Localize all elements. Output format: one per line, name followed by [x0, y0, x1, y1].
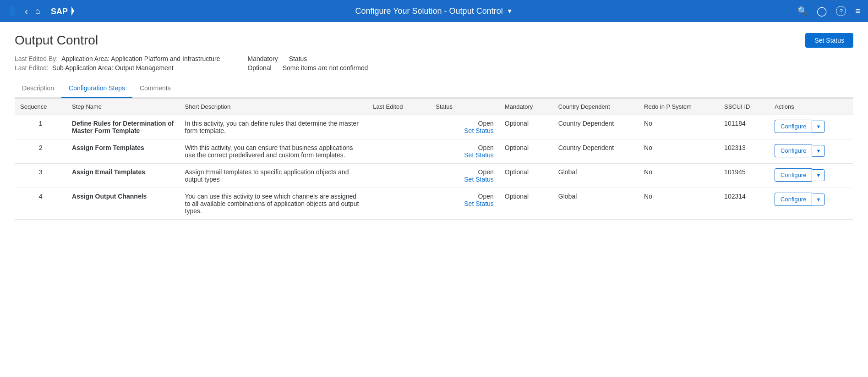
meta-row-edited: Last Edited: Sub Application Area: Outpu… — [15, 64, 220, 72]
configure-button-3[interactable]: Configure — [775, 193, 812, 206]
cell-short-desc-1: With this activity, you can ensure that … — [180, 139, 368, 164]
configuration-table: Sequence Step Name Short Description Las… — [15, 98, 853, 220]
mandatory-label: Mandatory — [247, 55, 278, 62]
last-edited-label: Last Edited: — [15, 64, 49, 72]
table-row: 1 Define Rules for Determination of Mast… — [15, 115, 853, 139]
cell-last-edited-2 — [367, 164, 430, 188]
cell-mandatory-0: Optional — [499, 115, 553, 139]
cell-country-0: Country Dependent — [553, 115, 639, 139]
cell-short-desc-2: Assign Email templates to specific appli… — [180, 164, 368, 188]
configure-btn-wrapper-2: Configure ▼ — [775, 168, 848, 182]
table-row: 2 Assign Form Templates With this activi… — [15, 139, 853, 164]
menu-icon[interactable]: ≡ — [855, 6, 861, 17]
cell-actions-3: Configure ▼ — [769, 188, 853, 220]
set-status-button[interactable]: Set Status — [805, 33, 853, 48]
search-icon[interactable]: 🔍 — [797, 6, 808, 16]
configure-chevron-0[interactable]: ▼ — [812, 121, 825, 133]
status-row-optional: Optional Some items are not confirmed — [247, 64, 368, 72]
cell-step-name-2: Assign Email Templates — [66, 164, 179, 188]
cell-actions-2: Configure ▼ — [769, 164, 853, 188]
th-last-edited: Last Edited — [367, 99, 430, 115]
cell-status-1: Open Set Status — [430, 139, 499, 164]
status-value: Some items are not confirmed — [283, 64, 368, 72]
status-open-3: Open — [436, 193, 494, 200]
circle-icon[interactable]: ◯ — [817, 6, 827, 17]
cell-step-name-0: Define Rules for Determination of Master… — [66, 115, 179, 139]
cell-sequence-1: 2 — [15, 139, 66, 164]
status-open-0: Open — [436, 120, 494, 127]
cell-last-edited-3 — [367, 188, 430, 220]
configure-button-2[interactable]: Configure — [775, 168, 812, 182]
configure-btn-wrapper-0: Configure ▼ — [775, 120, 848, 133]
set-status-link-2[interactable]: Set Status — [436, 176, 494, 183]
cell-mandatory-3: Optional — [499, 188, 553, 220]
tab-description[interactable]: Description — [15, 79, 61, 98]
set-status-link-3[interactable]: Set Status — [436, 200, 494, 207]
cell-status-0: Open Set Status — [430, 115, 499, 139]
configure-button-0[interactable]: Configure — [775, 120, 812, 133]
main-content: Output Control Set Status Last Edited By… — [0, 22, 868, 377]
cell-sequence-3: 4 — [15, 188, 66, 220]
status-open-1: Open — [436, 144, 494, 151]
cell-status-2: Open Set Status — [430, 164, 499, 188]
page-header: Output Control Set Status — [15, 33, 853, 48]
cell-country-3: Global — [553, 188, 639, 220]
meta-info: Last Edited By: Application Area: Applic… — [15, 55, 853, 72]
th-sequence: Sequence — [15, 99, 66, 115]
status-label: Status — [289, 55, 307, 62]
status-row-mandatory: Mandatory Status — [247, 55, 368, 62]
configure-button-1[interactable]: Configure — [775, 144, 812, 157]
status-open-2: Open — [436, 168, 494, 176]
th-actions: Actions — [769, 99, 853, 115]
last-edited-by-value: Application Area: Application Platform a… — [61, 55, 220, 62]
cell-redo-3: No — [639, 188, 719, 220]
configure-chevron-2[interactable]: ▼ — [812, 169, 825, 181]
user-icon[interactable]: 👤 — [7, 6, 17, 16]
home-icon[interactable]: ⌂ — [35, 6, 40, 16]
cell-country-2: Global — [553, 164, 639, 188]
tab-configuration-steps[interactable]: Configuration Steps — [61, 79, 132, 98]
meta-row-edited-by: Last Edited By: Application Area: Applic… — [15, 55, 220, 62]
th-short-description: Short Description — [180, 99, 368, 115]
nav-title: Configure Your Solution - Output Control… — [355, 6, 513, 16]
table-header-row: Sequence Step Name Short Description Las… — [15, 99, 853, 115]
cell-status-3: Open Set Status — [430, 188, 499, 220]
svg-text:SAP: SAP — [51, 7, 68, 16]
th-status: Status — [430, 99, 499, 115]
th-sscui-id: SSCUI ID — [719, 99, 769, 115]
last-edited-by-label: Last Edited By: — [15, 55, 58, 62]
last-edited-value: Sub Application Area: Output Management — [52, 64, 174, 72]
cell-step-name-3: Assign Output Channels — [66, 188, 179, 220]
cell-actions-1: Configure ▼ — [769, 139, 853, 164]
cell-short-desc-3: You can use this activity to see which c… — [180, 188, 368, 220]
cell-sscui-3: 102314 — [719, 188, 769, 220]
th-country-dependent: Country Dependent — [553, 99, 639, 115]
configure-chevron-1[interactable]: ▼ — [812, 145, 825, 157]
configure-btn-wrapper-1: Configure ▼ — [775, 144, 848, 157]
cell-redo-0: No — [639, 115, 719, 139]
set-status-link-0[interactable]: Set Status — [436, 127, 494, 134]
cell-sequence-2: 3 — [15, 164, 66, 188]
configure-chevron-3[interactable]: ▼ — [812, 194, 825, 205]
sap-logo[interactable]: SAP — [49, 5, 74, 17]
set-status-link-1[interactable]: Set Status — [436, 151, 494, 159]
meta-right: Mandatory Status Optional Some items are… — [247, 55, 368, 72]
cell-redo-1: No — [639, 139, 719, 164]
page-title: Output Control — [15, 33, 98, 48]
cell-sscui-2: 101945 — [719, 164, 769, 188]
optional-label: Optional — [247, 64, 271, 72]
cell-mandatory-2: Optional — [499, 164, 553, 188]
nav-right: 🔍 ◯ ? ≡ — [797, 6, 861, 17]
top-navigation: 👤 ‹ ⌂ SAP Configure Your Solution - Outp… — [0, 0, 868, 22]
tabs: Description Configuration Steps Comments — [15, 79, 853, 98]
configure-btn-wrapper-3: Configure ▼ — [775, 193, 848, 206]
th-step-name: Step Name — [66, 99, 179, 115]
cell-step-name-1: Assign Form Templates — [66, 139, 179, 164]
back-icon[interactable]: ‹ — [25, 6, 28, 17]
cell-last-edited-0 — [367, 115, 430, 139]
cell-mandatory-1: Optional — [499, 139, 553, 164]
tab-comments[interactable]: Comments — [132, 79, 178, 98]
cell-short-desc-0: In this activity, you can define rules t… — [180, 115, 368, 139]
help-icon[interactable]: ? — [836, 6, 846, 16]
chevron-down-icon[interactable]: ▼ — [507, 7, 513, 15]
